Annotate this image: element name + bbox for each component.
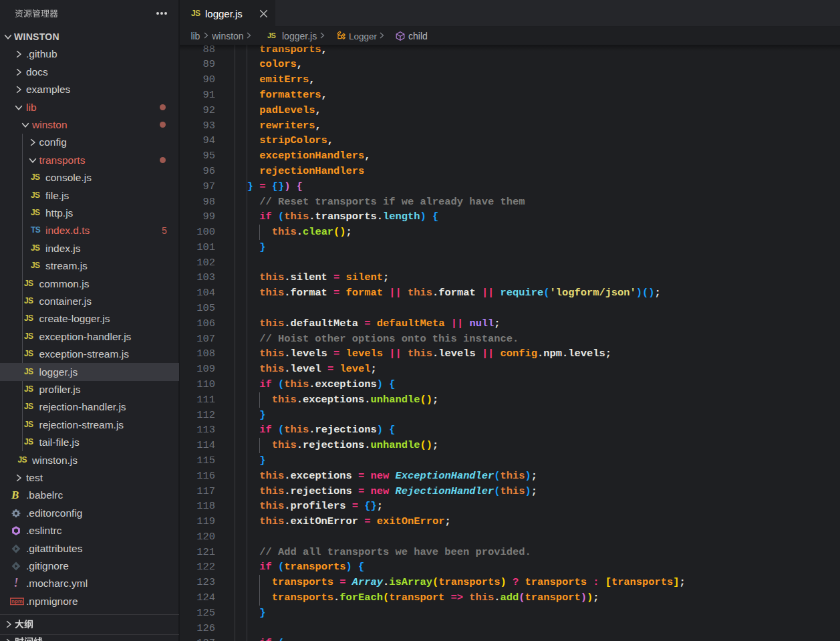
svg-text:npm: npm	[11, 598, 23, 604]
